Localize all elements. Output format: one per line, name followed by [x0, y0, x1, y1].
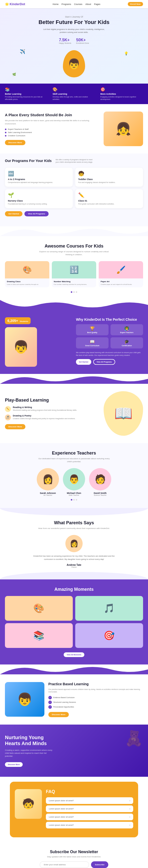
why-feature-0: 🏆 Best Quality	[76, 324, 109, 335]
why-feature-name-1: Expert Teachers	[112, 332, 141, 333]
teachers-dot-2[interactable]	[76, 499, 77, 500]
stat-enrollment-num: 50K+	[76, 38, 89, 42]
why-buttons: Get Started View All Programs	[76, 359, 143, 365]
nav-about[interactable]: About	[85, 3, 91, 5]
feature-dot-1	[5, 132, 6, 133]
nurturing-deco: 🧸	[124, 730, 143, 747]
courses-grid: 🎨 Drawing Class Learn to draw and expres…	[5, 261, 143, 287]
feature-1: Safe Learning Environment	[5, 131, 100, 133]
why-title: Why KinderDot Is The Perfect Choice	[76, 317, 143, 322]
faq-title: FAQ	[46, 789, 133, 794]
teachers-section: Experience Teachers Our dedicated team o…	[0, 443, 148, 508]
why-child-image: 👦	[5, 327, 37, 367]
why-feature-icon-2: 📖	[78, 339, 107, 344]
why-badge-num: 6,205+	[7, 319, 18, 323]
feature-2: Creative Curriculum	[5, 134, 100, 137]
moments-title: Amazing Moments	[5, 587, 143, 592]
faq-question-1: Lorem ipsum dolor sit amet?	[49, 808, 74, 810]
program-desc-0: Comprehensive alphabet and language lear…	[8, 181, 70, 184]
teacher-role-2: Science Teacher	[89, 494, 111, 496]
banner-title-1: Skill Learning	[52, 93, 95, 95]
banner-item-1: 🎨 Skill Learning Develop skills through …	[52, 87, 95, 101]
wave-divider-4	[0, 664, 148, 674]
nurturing-description: Creating a warm, supportive environment …	[5, 749, 54, 758]
why-feature-name-0: Best Quality	[78, 332, 107, 333]
nav-home[interactable]: Home	[52, 3, 59, 5]
nav-pages[interactable]: Pages	[94, 3, 100, 5]
banner-desc-2: Engaging activities designed to boost co…	[100, 96, 143, 101]
teacher-name-2: David Smith	[89, 492, 111, 494]
teachers-dot-1[interactable]	[73, 499, 75, 500]
dot-2[interactable]	[76, 291, 77, 293]
hero-section: Start A Journey Of Better Future For You…	[0, 8, 148, 84]
place-description: We provide the best platform for kids to…	[5, 119, 100, 126]
hero-deco-leaf: 🌿	[12, 73, 16, 76]
newsletter-description: Stay updated with the latest news and ev…	[5, 856, 143, 858]
faq-section: 🧒 FAQ Lorem ipsum dolor sit amet? › Lore…	[10, 782, 138, 837]
moment-card-3: 🎯	[75, 623, 143, 648]
programs-cta1-button[interactable]: Get Started	[5, 211, 23, 216]
logo: 🌟 KinderDot	[5, 2, 25, 6]
dot-0[interactable]	[71, 291, 72, 293]
feature-dot-2	[5, 135, 6, 136]
course-info-2: Paper Art Creative paper art and origami…	[99, 278, 143, 287]
faq-inner: 🧒 FAQ Lorem ipsum dolor sit amet? › Lore…	[15, 789, 133, 830]
practice-check-2: ✓	[48, 705, 52, 709]
wave-top	[0, 508, 148, 515]
newsletter-subscribe-button[interactable]: Subscribe	[91, 861, 109, 868]
practice-item-0: ✓ Evidence Based Curriculum	[48, 696, 143, 699]
newsletter-form: Subscribe	[5, 861, 143, 868]
faq-content: FAQ Lorem ipsum dolor sit amet? › Lorem …	[46, 789, 133, 830]
nav-programs[interactable]: Programs	[62, 3, 71, 5]
course-card-2: 🖌️ Paper Art Creative paper art and orig…	[99, 261, 143, 287]
hero-title: Better Future For Your Kids	[5, 19, 143, 26]
why-left: 6,205+ Students 👦	[5, 317, 72, 367]
why-cta2-button[interactable]: View All Programs	[93, 359, 115, 365]
play-item-icon-1: 🎵	[5, 414, 11, 421]
play-item-text-1: Drawing & Poetry Creative outlets throug…	[13, 414, 75, 420]
wave-bottom	[0, 572, 148, 580]
hero-deco-star: 💡	[124, 52, 128, 55]
play-item-title-0: Reading & Writing	[13, 406, 77, 408]
play-cta-button[interactable]: Discover More	[5, 424, 26, 429]
nurturing-cta-button[interactable]: Discover More	[5, 762, 23, 767]
teachers-dot-0[interactable]	[71, 499, 72, 500]
dot-1[interactable]	[73, 291, 75, 293]
faq-item-3[interactable]: Lorem ipsum dolor sit amet? ›	[46, 822, 133, 829]
practice-cta-button[interactable]: Discover More	[48, 712, 69, 717]
program-card-1: 🧒 Toddler Class Fun and engaging classes…	[75, 168, 143, 187]
courses-title: Awesome Courses For Kids	[5, 244, 143, 249]
programs-title-block: Our Programs For Your Kids	[5, 158, 51, 163]
wave-divider-2	[0, 300, 148, 310]
nav-courses[interactable]: Courses	[74, 3, 82, 5]
faq-wrapper: 🧒 FAQ Lorem ipsum dolor sit amet? › Lore…	[0, 782, 148, 837]
faq-chevron-3: ›	[130, 824, 130, 827]
newsletter-email-input[interactable]	[40, 861, 89, 868]
moments-cta-button[interactable]: View All Moments	[64, 652, 84, 657]
wave-divider	[0, 226, 148, 236]
testimonial-avatar: 👩	[65, 535, 83, 552]
stat-students-label: Happy Students	[59, 42, 71, 44]
faq-item-1[interactable]: Lorem ipsum dolor sit amet? ›	[46, 805, 133, 812]
programs-cta2-button[interactable]: View All Programs	[25, 211, 48, 216]
why-badge: 6,205+ Students	[5, 317, 31, 324]
moment-card-0: 🎨	[5, 596, 73, 621]
faq-item-0[interactable]: Lorem ipsum dolor sit amet? ›	[46, 797, 133, 804]
logo-text: 🌟	[5, 2, 9, 6]
stat-students: 7.5K+ Happy Students	[59, 38, 71, 44]
enroll-button[interactable]: Enroll Now	[128, 2, 143, 6]
faq-item-2[interactable]: Lorem ipsum dolor sit amet? ›	[46, 814, 133, 820]
practice-label-1: Structured Learning Sessions	[53, 701, 76, 703]
place-cta-button[interactable]: Discover More	[5, 140, 26, 145]
course-info-0: Drawing Class Learn to draw and express …	[5, 278, 49, 287]
course-card-0: 🎨 Drawing Class Learn to draw and expres…	[5, 261, 49, 287]
practice-item-1: ✓ Structured Learning Sessions	[48, 701, 143, 704]
banner-section: 📚 Better Learning Providing best learnin…	[0, 84, 148, 104]
play-item-1: 🎵 Drawing & Poetry Creative outlets thro…	[5, 414, 100, 421]
nurturing-title: Nurturing Young Hearts And Minds	[5, 735, 59, 746]
courses-description: Explore our amazing range of courses des…	[37, 250, 111, 256]
place-section: A Place Every Student Should Be Join We …	[0, 104, 148, 154]
play-item-title-1: Drawing & Poetry	[13, 414, 75, 417]
carousel-dots	[5, 291, 143, 293]
why-cta1-button[interactable]: Get Started	[76, 359, 91, 365]
